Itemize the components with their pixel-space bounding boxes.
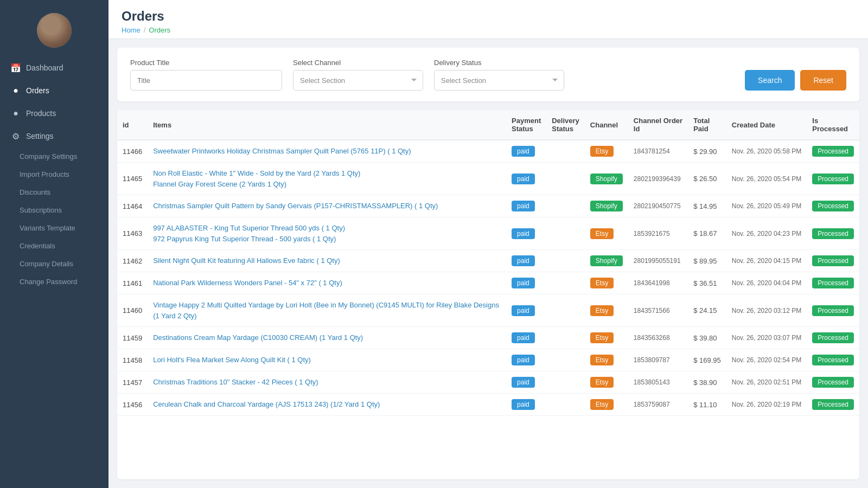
processed-badge: Processed: [812, 399, 854, 410]
cell-delivery-status: [546, 217, 585, 250]
table-row: 11463 997 ALABASTER - King Tut Superior …: [117, 217, 859, 250]
sidebar-item-credentials[interactable]: Credentials: [0, 237, 108, 255]
product-title-group: Product Title: [130, 59, 282, 91]
processed-badge: Processed: [812, 146, 854, 157]
sidebar: 📅 Dashboard ● Orders ● Products ⚙ Settin…: [0, 0, 108, 488]
cell-payment-status: paid: [506, 163, 546, 195]
select-channel-label: Select Channel: [293, 59, 423, 67]
order-item-link[interactable]: Flannel Gray Forest Scene (2 Yards 1 Qty…: [153, 180, 286, 188]
processed-badge: Processed: [812, 278, 854, 288]
order-item-link[interactable]: Christmas Traditions 10" Stacker - 42 Pi…: [153, 378, 318, 386]
cell-items: Destinations Cream Map Yardage (C10030 C…: [148, 327, 506, 349]
channel-badge: Etsy: [590, 278, 614, 288]
order-item-link[interactable]: National Park Wilderness Wonders Panel -…: [153, 279, 342, 287]
col-header-is-processed: IsProcessed: [807, 110, 859, 140]
cell-total-paid: $ 29.90: [688, 140, 726, 163]
cell-channel: Shopify: [585, 250, 628, 272]
cell-channel-order-id: 1853805143: [628, 371, 688, 394]
cell-total-paid: $ 18.67: [688, 217, 726, 250]
order-item-link[interactable]: Cerulean Chalk and Charcoal Yardage (AJS…: [153, 400, 380, 408]
table-row: 11456 Cerulean Chalk and Charcoal Yardag…: [117, 394, 859, 416]
sidebar-item-products[interactable]: ● Products: [0, 102, 108, 125]
cell-payment-status: paid: [506, 371, 546, 394]
cell-channel: Etsy: [585, 140, 628, 163]
cell-channel: Etsy: [585, 272, 628, 294]
search-button[interactable]: Search: [745, 70, 795, 91]
cell-total-paid: $ 89.95: [688, 250, 726, 272]
sidebar-item-subscriptions[interactable]: Subscriptions: [0, 201, 108, 219]
cell-is-processed: Processed: [807, 140, 859, 163]
order-item-link[interactable]: Vintage Happy 2 Multi Quilted Yardage by…: [153, 301, 499, 320]
cell-is-processed: Processed: [807, 349, 859, 371]
avatar: [37, 13, 72, 48]
order-item-link[interactable]: Christmas Sampler Quilt Pattern by Sandy…: [153, 202, 438, 210]
channel-badge: Etsy: [590, 146, 614, 157]
cell-payment-status: paid: [506, 272, 546, 294]
products-icon: ●: [11, 108, 21, 118]
product-title-input[interactable]: [130, 70, 282, 91]
table-row: 11458 Lori Holt's Flea Market Sew Along …: [117, 349, 859, 371]
cell-id: 11460: [117, 294, 148, 327]
cell-channel: Etsy: [585, 217, 628, 250]
sidebar-item-company-details[interactable]: Company Details: [0, 255, 108, 273]
cell-payment-status: paid: [506, 327, 546, 349]
processed-badge: Processed: [812, 377, 854, 388]
cell-channel-order-id: 1843563268: [628, 327, 688, 349]
cell-items: National Park Wilderness Wonders Panel -…: [148, 272, 506, 294]
sidebar-item-discounts[interactable]: Discounts: [0, 183, 108, 201]
cell-created-date: Nov. 26, 2020 05:58 PM: [726, 140, 807, 163]
cell-id: 11463: [117, 217, 148, 250]
sidebar-item-orders[interactable]: ● Orders: [0, 79, 108, 102]
order-item-link[interactable]: 997 ALABASTER - King Tut Superior Thread…: [153, 224, 345, 232]
breadcrumb-separator: /: [144, 26, 146, 34]
order-item-link[interactable]: 972 Papyrus King Tut Superior Thread - 5…: [153, 235, 336, 243]
cell-created-date: Nov. 26, 2020 02:51 PM: [726, 371, 807, 394]
cell-payment-status: paid: [506, 140, 546, 163]
sidebar-item-variants-template[interactable]: Variants Template: [0, 219, 108, 237]
cell-created-date: Nov. 26, 2020 05:49 PM: [726, 195, 807, 217]
cell-created-date: Nov. 26, 2020 03:07 PM: [726, 327, 807, 349]
order-item-link[interactable]: Destinations Cream Map Yardage (C10030 C…: [153, 333, 363, 342]
delivery-status-label: Delivery Status: [434, 59, 564, 67]
page-title: Orders: [122, 9, 855, 24]
cell-channel: Shopify: [585, 163, 628, 195]
order-item-link[interactable]: Silent Night Quilt Kit featuring All Hal…: [153, 256, 340, 265]
cell-created-date: Nov. 26, 2020 02:54 PM: [726, 349, 807, 371]
order-item-link[interactable]: Lori Holt's Flea Market Sew Along Quilt …: [153, 356, 311, 364]
cell-items: Sweetwater Printworks Holiday Christmas …: [148, 140, 506, 163]
select-channel-dropdown[interactable]: Select Section: [293, 70, 423, 91]
cell-id: 11459: [117, 327, 148, 349]
cell-id: 11458: [117, 349, 148, 371]
cell-delivery-status: [546, 349, 585, 371]
sidebar-item-import-products[interactable]: Import Products: [0, 165, 108, 183]
breadcrumb-current[interactable]: Orders: [149, 26, 170, 34]
cell-channel-order-id: 1853759087: [628, 394, 688, 416]
avatar-image: [37, 13, 72, 48]
payment-badge: paid: [512, 332, 535, 343]
sidebar-item-settings-label: Settings: [26, 132, 54, 140]
breadcrumb-home[interactable]: Home: [122, 26, 141, 34]
cell-channel-order-id: 1853809787: [628, 349, 688, 371]
payment-badge: paid: [512, 305, 535, 316]
settings-icon: ⚙: [11, 131, 21, 141]
sidebar-item-settings[interactable]: ⚙ Settings: [0, 125, 108, 147]
cell-channel-order-id: 1853921675: [628, 217, 688, 250]
order-item-link[interactable]: Sweetwater Printworks Holiday Christmas …: [153, 147, 411, 155]
cell-id: 11464: [117, 195, 148, 217]
order-item-link[interactable]: Non Roll Elastic - White 1" Wide - Sold …: [153, 169, 360, 177]
delivery-status-dropdown[interactable]: Select Section: [434, 70, 564, 91]
sidebar-item-dashboard[interactable]: 📅 Dashboard: [0, 56, 108, 79]
col-header-total-paid: TotalPaid: [688, 110, 726, 140]
reset-button[interactable]: Reset: [800, 70, 846, 91]
sidebar-item-company-settings[interactable]: Company Settings: [0, 147, 108, 165]
cell-payment-status: paid: [506, 394, 546, 416]
cell-delivery-status: [546, 272, 585, 294]
cell-id: 11466: [117, 140, 148, 163]
processed-badge: Processed: [812, 228, 854, 239]
sidebar-nav: 📅 Dashboard ● Orders ● Products ⚙ Settin…: [0, 56, 108, 488]
cell-items: Cerulean Chalk and Charcoal Yardage (AJS…: [148, 394, 506, 416]
col-header-channel-order-id: Channel OrderId: [628, 110, 688, 140]
processed-badge: Processed: [812, 255, 854, 266]
sidebar-item-change-password[interactable]: Change Password: [0, 273, 108, 291]
calendar-icon: 📅: [11, 63, 21, 73]
